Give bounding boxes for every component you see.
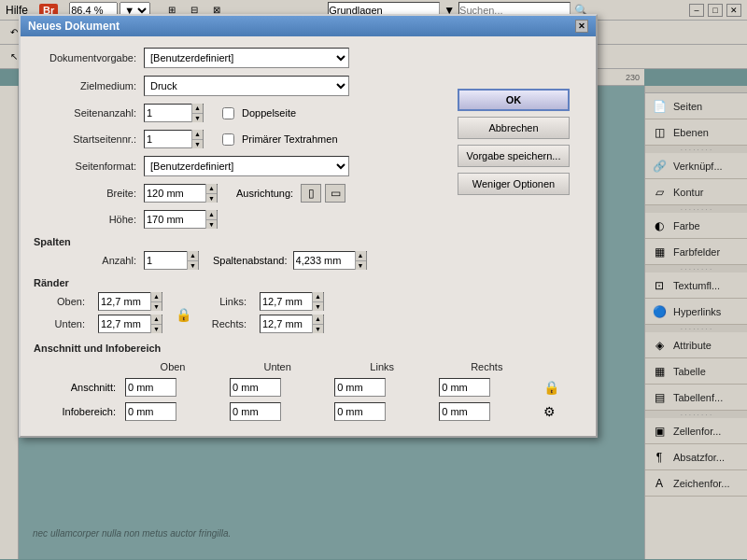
- panel-item-zellenfor[interactable]: ▣Zellenfor...: [645, 418, 747, 444]
- modal-close-btn[interactable]: ✕: [575, 20, 588, 33]
- win-maximize-btn[interactable]: □: [708, 4, 723, 17]
- infobereich-oben-input[interactable]: [125, 402, 176, 421]
- panel-item-kontur[interactable]: ▱Kontur: [645, 179, 747, 205]
- raender-lock-icon[interactable]: 🔒: [176, 307, 191, 322]
- anzahl-up[interactable]: ▲: [188, 251, 198, 261]
- breite-down[interactable]: ▼: [206, 194, 217, 203]
- panel-item-seiten[interactable]: 📄Seiten: [645, 93, 747, 119]
- modal-buttons: OK Abbrechen Vorgabe speichern... Wenige…: [458, 89, 570, 195]
- anzahl-arrows: ▲ ▼: [187, 251, 198, 270]
- unten-up[interactable]: ▲: [151, 315, 162, 325]
- anzahl-down[interactable]: ▼: [188, 261, 198, 271]
- unten-input[interactable]: [99, 315, 150, 332]
- win-close-btn[interactable]: ✕: [726, 4, 741, 17]
- abbrechen-button[interactable]: Abbrechen: [458, 117, 570, 139]
- panel-item-verknuepf[interactable]: 🔗Verknüpf...: [645, 153, 747, 179]
- weniger-button[interactable]: Weniger Optionen: [458, 173, 570, 195]
- panel-item-hyperlinks[interactable]: 🔵Hyperlinks: [645, 299, 747, 325]
- links-input[interactable]: [261, 293, 312, 310]
- hyperlinks-label: Hyperlinks: [673, 306, 721, 317]
- anschnitt-unten-input[interactable]: [230, 378, 281, 397]
- spaltenabstand-down[interactable]: ▼: [356, 261, 366, 271]
- col-links: Links: [331, 359, 433, 374]
- startseite-up[interactable]: ▲: [192, 130, 203, 140]
- panel-divider: · · · · · · · ·: [645, 411, 747, 418]
- absatzfor-label: Absatzfor...: [673, 452, 725, 463]
- panel-item-tabelle[interactable]: ▦Tabelle: [645, 358, 747, 385]
- hoehe-up[interactable]: ▲: [206, 210, 217, 220]
- breite-input[interactable]: [145, 185, 205, 202]
- panel-item-zeichenfor[interactable]: AZeichenfor...: [645, 470, 747, 497]
- doppelseite-label: Doppelseite: [242, 107, 296, 119]
- panel-item-attribute[interactable]: ◈Attribute: [645, 332, 747, 358]
- anschnitt-table: Oben Unten Links Rechts Anschnitt: 🔒: [34, 357, 583, 425]
- panel-item-absatzfor[interactable]: ¶Absatzfor...: [645, 444, 747, 470]
- ebenen-icon: ◫: [651, 124, 668, 141]
- rechts-up[interactable]: ▲: [313, 315, 323, 325]
- ausrichtung-portrait[interactable]: ▯: [301, 184, 321, 203]
- infobereich-rechts-input[interactable]: [439, 402, 490, 421]
- modal-content: OK Abbrechen Vorgabe speichern... Wenige…: [34, 48, 583, 425]
- anzahl-input[interactable]: [145, 252, 187, 269]
- spaltenabstand-input[interactable]: [294, 252, 355, 269]
- raender-title: Ränder: [34, 277, 583, 288]
- tabelle-label: Tabelle: [673, 366, 706, 377]
- seitenformat-select[interactable]: [Benutzerdefiniert]: [144, 156, 349, 176]
- anschnitt-lock-icon[interactable]: 🔒: [543, 380, 559, 395]
- infobereich-unten-input[interactable]: [230, 402, 281, 421]
- primaer-checkbox[interactable]: [222, 133, 234, 146]
- seitenanzahl-arrows: ▲ ▼: [191, 104, 203, 122]
- panel-header: [645, 86, 747, 93]
- kontur-icon: ▱: [651, 184, 668, 201]
- bg-text: nec ullamcorper nulla non metus auctor f…: [33, 526, 231, 540]
- panel-item-tabellenf[interactable]: ▤Tabellenf...: [645, 385, 747, 411]
- panel-item-textumfl[interactable]: ⊡Textumfl...: [645, 273, 747, 299]
- links-label: Links:: [204, 296, 247, 307]
- startseite-down[interactable]: ▼: [192, 140, 203, 149]
- row-spalten: Anzahl: ▲ ▼ Spaltenabstand: ▲ ▼: [34, 251, 583, 270]
- spaltenabstand-up[interactable]: ▲: [356, 251, 366, 261]
- primaer-wrap: Primärer Textrahmen: [222, 133, 338, 146]
- unten-arrows: ▲ ▼: [150, 315, 162, 333]
- vorgabe-button[interactable]: Vorgabe speichern...: [458, 145, 570, 167]
- anschnitt-rechts-input[interactable]: [439, 378, 490, 397]
- ok-button[interactable]: OK: [458, 89, 570, 111]
- links-up[interactable]: ▲: [313, 292, 323, 302]
- panel-item-farbfelder[interactable]: ▦Farbfelder: [645, 239, 747, 265]
- seitenanzahl-input[interactable]: [145, 105, 191, 121]
- rechts-down[interactable]: ▼: [313, 325, 323, 334]
- infobereich-links-input[interactable]: [334, 402, 386, 421]
- unten-down[interactable]: ▼: [151, 325, 162, 334]
- oben-down[interactable]: ▼: [151, 302, 162, 312]
- doppelseite-checkbox[interactable]: [222, 107, 234, 119]
- zielmedium-select[interactable]: Druck: [144, 76, 349, 96]
- ausrichtung-label: Ausrichtung:: [236, 188, 293, 199]
- dokumentvorgabe-select[interactable]: [Benutzerdefiniert]: [144, 48, 349, 68]
- panel-item-farbe[interactable]: ◐Farbe: [645, 213, 747, 239]
- startseite-input[interactable]: [145, 131, 191, 147]
- startseite-arrows: ▲ ▼: [191, 130, 203, 148]
- ausrichtung-landscape[interactable]: ▭: [325, 184, 345, 203]
- breite-spinner: ▲ ▼: [144, 184, 218, 203]
- farbe-icon: ◐: [651, 217, 668, 234]
- oben-up[interactable]: ▲: [151, 292, 162, 302]
- infobereich-settings-icon[interactable]: ⚙: [543, 404, 556, 419]
- seiten-icon: 📄: [651, 98, 668, 115]
- infobereich-row-label: Infobereich:: [35, 400, 120, 423]
- oben-input[interactable]: [99, 293, 150, 310]
- modal-titlebar: Neues Dokument ✕: [21, 16, 596, 36]
- rechts-input[interactable]: [261, 315, 312, 332]
- hoehe-down[interactable]: ▼: [206, 220, 217, 230]
- seitenanzahl-up[interactable]: ▲: [192, 104, 203, 114]
- panel-item-ebenen[interactable]: ◫Ebenen: [645, 119, 747, 146]
- links-down[interactable]: ▼: [313, 302, 323, 312]
- hoehe-input[interactable]: [145, 211, 205, 228]
- seitenanzahl-down[interactable]: ▼: [192, 114, 203, 123]
- anschnitt-links-input[interactable]: [334, 378, 386, 397]
- anschnitt-oben-input[interactable]: [125, 378, 176, 397]
- farbfelder-label: Farbfelder: [673, 246, 720, 258]
- win-minimize-btn[interactable]: –: [689, 4, 704, 17]
- modal-title: Neues Dokument: [28, 20, 120, 33]
- anschnitt-title: Anschnitt und Infobereich: [34, 343, 583, 354]
- breite-up[interactable]: ▲: [206, 184, 217, 194]
